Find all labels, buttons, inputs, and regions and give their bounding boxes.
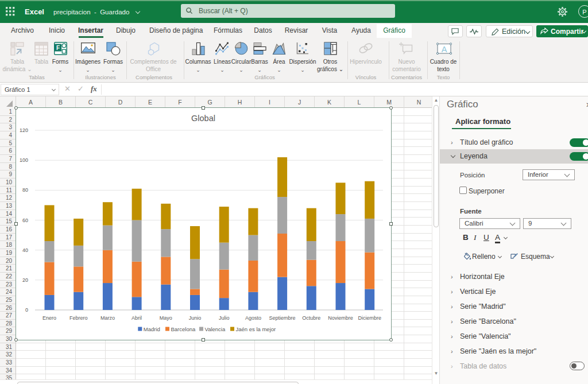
svg-text:Abril: Abril [131,315,142,321]
svg-text:0: 0 [25,307,28,313]
svg-text:Octubre: Octubre [302,315,320,321]
svg-text:100: 100 [20,157,28,163]
svg-text:F: F [56,45,59,51]
svg-text:Madrid: Madrid [144,326,160,332]
svg-text:Diciembre: Diciembre [358,315,381,321]
svg-text:Julio: Julio [219,315,230,321]
svg-text:Febrero: Febrero [69,315,88,321]
svg-text:Jaén es la mejor: Jaén es la mejor [236,326,276,332]
svg-text:40: 40 [22,247,28,253]
svg-text:Enero: Enero [42,315,56,321]
svg-text:60: 60 [22,218,28,223]
svg-text:120: 120 [20,127,28,133]
svg-text:Barcelona: Barcelona [171,326,196,332]
svg-text:Valencia: Valencia [205,326,226,332]
svg-text:80: 80 [22,187,28,193]
svg-text:Marzo: Marzo [100,315,115,321]
svg-text:Agosto: Agosto [245,315,261,321]
svg-text:Junio: Junio [189,315,202,321]
svg-text:20: 20 [22,277,28,283]
svg-text:Septiembre: Septiembre [269,315,296,321]
svg-text:Global: Global [191,114,215,123]
svg-text:Mayo: Mayo [160,315,172,321]
svg-text:A: A [442,45,447,54]
svg-text:Noviembre: Noviembre [328,315,353,321]
